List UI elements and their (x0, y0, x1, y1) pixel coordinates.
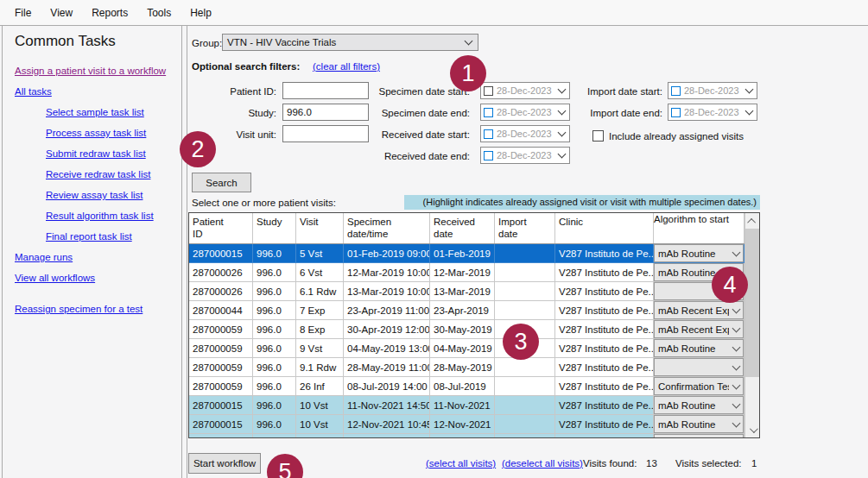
sidebar-link-receive-redraw-task-list[interactable]: Receive redraw task list (46, 169, 181, 179)
table-row[interactable]: 287000059 996.0 9.1 Rdw 28-May-2019 11:0… (189, 358, 744, 377)
cell-specimen-datetime: 28-May-2019 11:00 (344, 358, 430, 377)
cell-specimen-datetime: 08-Jul-2019 14:00 (344, 377, 430, 396)
cell-specimen-datetime: 11-Nov-2021 14:50 (344, 396, 430, 415)
cell-patient-id: 287000015 (189, 244, 253, 263)
date-value: 28-Dec-2023 (497, 129, 559, 139)
cell-specimen-datetime: 23-Apr-2019 11:00 (344, 301, 430, 320)
group-select[interactable]: VTN - HIV Vaccine Trials (222, 34, 478, 51)
scroll-down-icon[interactable] (745, 423, 759, 437)
date-enable-checkbox[interactable] (484, 129, 493, 139)
callout-badge-3: 3 (503, 324, 539, 360)
column-header-specimen-date-time[interactable]: Specimen date/time (344, 213, 430, 243)
algorithm-select-value: mAb Recent Exp... (655, 324, 729, 335)
sidebar-link-result-algorithm-task-list[interactable]: Result algorithm task list (46, 211, 181, 221)
sidebar-link-assign-a-patient-visit-to-a-workflow[interactable]: Assign a patient visit to a workflow (15, 66, 181, 76)
menu-tools[interactable]: Tools (137, 3, 181, 23)
column-header-study[interactable]: Study (253, 213, 296, 243)
sidebar-link-all-tasks[interactable]: All tasks (15, 86, 181, 97)
include-assigned-checkbox[interactable] (592, 130, 604, 142)
start-workflow-button[interactable]: Start workflow (188, 453, 261, 474)
date-enable-checkbox[interactable] (484, 108, 493, 117)
column-header-import-date[interactable]: Import date (495, 213, 555, 243)
menu-file[interactable]: File (5, 3, 41, 23)
table-row[interactable]: 287000059 996.0 8 Exp 30-Apr-2019 12:00 … (189, 320, 744, 339)
date-enable-checkbox[interactable] (484, 86, 493, 96)
table-row[interactable]: 287000059 996.0 9 Vst 04-May-2019 13:00 … (189, 339, 744, 358)
cell-import-date (495, 263, 555, 282)
cell-visit: 10 Vst (296, 396, 344, 415)
table-row[interactable]: 287000044 996.0 7 Exp 23-Apr-2019 11:00 … (189, 301, 744, 320)
table-row[interactable]: 287000059 996.0 26 Inf 08-Jul-2019 14:00… (189, 377, 744, 396)
algorithm-select[interactable]: mAb Recent Exp... (654, 301, 744, 319)
date-enable-checkbox[interactable] (671, 86, 681, 96)
algorithm-select[interactable] (654, 358, 744, 376)
chevron-down-icon (729, 363, 743, 372)
vertical-scrollbar[interactable] (744, 213, 759, 437)
cell-received-date: 30-May-2019 (430, 320, 495, 339)
import-date-end-picker[interactable]: 28-Dec-2023 (668, 104, 757, 121)
received-date-start-label: Received date start: (363, 129, 470, 140)
cell-import-date (495, 301, 555, 320)
sidebar-link-final-report-task-list[interactable]: Final report task list (46, 231, 181, 242)
sidebar-link-review-assay-task-list[interactable]: Review assay task list (46, 190, 181, 200)
algorithm-select-value: mAb Routine (655, 400, 729, 411)
clear-all-filters-link[interactable]: (clear all filters) (313, 61, 380, 72)
date-enable-checkbox[interactable] (671, 108, 681, 117)
menu-view[interactable]: View (41, 3, 82, 23)
cell-received-date: 01-Feb-2019 (430, 244, 495, 263)
table-row[interactable]: 287000044 996.0 99.0 R 09-Aug-2023 16:00… (189, 434, 744, 438)
received-date-start-picker[interactable]: 28-Dec-2023 (480, 125, 570, 142)
study-input[interactable]: 996.0 (282, 104, 369, 121)
algorithm-select[interactable]: mAb Routine (654, 244, 744, 262)
deselect-all-visits-link[interactable]: (deselect all visits) (502, 458, 583, 469)
menu-reports[interactable]: Reports (82, 3, 137, 23)
sidebar-link-submit-redraw-task-list[interactable]: Submit redraw task list (46, 148, 181, 159)
algorithm-select[interactable]: Confirmation Test... (654, 377, 744, 395)
cell-received-date: 11-Nov-2021 (430, 396, 495, 415)
algorithm-select-value: mAb Routine (655, 419, 729, 430)
algorithm-select[interactable]: mAb Recent Exp... (654, 320, 744, 338)
sidebar-link-reassign-specimen-for-a-test[interactable]: Reassign specimen for a test (15, 304, 181, 314)
search-button[interactable]: Search (192, 173, 251, 192)
cell-visit: 9.1 Rdw (296, 358, 344, 377)
menu-help[interactable]: Help (181, 3, 221, 23)
column-header-patient-id[interactable]: Patient ID (189, 213, 253, 243)
table-row[interactable]: 287000026 996.0 6.1 Rdw 13-Mar-2019 10:0… (189, 282, 744, 301)
cell-specimen-datetime: 30-Apr-2019 12:00 (344, 320, 430, 339)
algorithm-select[interactable]: mAb Routine (654, 339, 744, 357)
algorithm-select[interactable]: Post Stud... (654, 434, 744, 438)
select-visits-label: Select one or more patient visits: (192, 198, 336, 208)
received-date-end-picker[interactable]: 28-Dec-2023 (480, 147, 570, 164)
cell-patient-id: 287000059 (189, 377, 253, 396)
algorithm-select[interactable]: mAb Routine (654, 396, 744, 414)
callout-badge-5: 5 (267, 454, 303, 478)
sidebar-link-view-all-workflows[interactable]: View all workflows (15, 273, 181, 283)
column-header-clinic[interactable]: Clinic (555, 213, 654, 243)
table-row[interactable]: 287000015 996.0 5 Vst 01-Feb-2019 09:00 … (189, 244, 744, 263)
visit-unit-input[interactable] (282, 125, 369, 142)
cell-clinic: V287 Instituto de Pe... (555, 415, 654, 434)
date-enable-checkbox[interactable] (484, 151, 493, 160)
cell-algorithm: mAb Recent Exp... (654, 320, 744, 339)
cell-study: 996.0 (253, 282, 296, 301)
scrollbar-thumb[interactable] (745, 229, 759, 377)
sidebar-link-manage-runs[interactable]: Manage runs (15, 252, 181, 262)
cell-algorithm: mAb Routine (654, 415, 744, 434)
cell-clinic: V287 Instituto de Pe... (555, 339, 654, 358)
column-header-visit[interactable]: Visit (296, 213, 344, 243)
chevron-down-icon (729, 401, 743, 410)
scroll-up-icon[interactable] (745, 214, 759, 228)
column-header-algorithm-to-start[interactable]: Algorithm to start (654, 213, 744, 243)
cell-import-date (495, 415, 555, 434)
column-header-received-date[interactable]: Received date (430, 213, 495, 243)
table-row[interactable]: 287000026 996.0 6 Vst 12-Mar-2019 10:00 … (189, 263, 744, 282)
import-date-start-picker[interactable]: 28-Dec-2023 (668, 82, 757, 99)
select-all-visits-link[interactable]: (select all visits) (426, 458, 496, 469)
table-row[interactable]: 287000015 996.0 10 Vst 12-Nov-2021 10:45… (189, 415, 744, 434)
table-row[interactable]: 287000015 996.0 10 Vst 11-Nov-2021 14:50… (189, 396, 744, 415)
patient-id-input[interactable] (282, 82, 369, 99)
algorithm-select[interactable]: mAb Routine (654, 415, 744, 433)
date-value: 28-Dec-2023 (684, 107, 746, 117)
sidebar-link-select-sample-task-list[interactable]: Select sample task list (46, 107, 181, 117)
sidebar-link-process-assay-task-list[interactable]: Process assay task list (46, 128, 181, 138)
